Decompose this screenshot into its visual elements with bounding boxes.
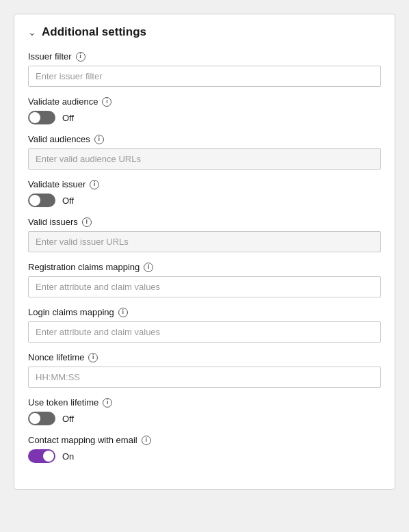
- valid-audiences-group: Valid audiences i: [28, 134, 381, 170]
- registration-claims-mapping-input[interactable]: [28, 276, 381, 297]
- nonce-lifetime-input[interactable]: [28, 367, 381, 388]
- registration-claims-mapping-label: Registration claims mapping i: [28, 262, 381, 272]
- contact-mapping-with-email-toggle-row: On: [28, 449, 381, 463]
- validate-audience-info-icon[interactable]: i: [102, 97, 111, 107]
- contact-mapping-with-email-toggle[interactable]: [28, 449, 55, 463]
- contact-mapping-with-email-info-icon[interactable]: i: [142, 436, 151, 445]
- validate-issuer-toggle[interactable]: [28, 194, 55, 207]
- contact-mapping-with-email-label: Contact mapping with email i: [28, 435, 381, 445]
- use-token-lifetime-label: Use token lifetime i: [28, 397, 381, 408]
- valid-issuers-info-icon[interactable]: i: [82, 217, 92, 227]
- use-token-lifetime-toggle[interactable]: [28, 412, 55, 425]
- nonce-lifetime-label: Nonce lifetime i: [28, 352, 381, 362]
- additional-settings-card: ⌄ Additional settings Issuer filter i Va…: [14, 14, 395, 490]
- issuer-filter-label: Issuer filter i: [28, 51, 381, 62]
- registration-claims-mapping-info-icon[interactable]: i: [144, 263, 153, 272]
- validate-issuer-label: Validate issuer i: [28, 179, 381, 189]
- issuer-filter-input[interactable]: [28, 66, 381, 87]
- use-token-lifetime-toggle-label: Off: [62, 414, 74, 424]
- valid-audiences-label: Valid audiences i: [28, 134, 381, 144]
- login-claims-mapping-group: Login claims mapping i: [28, 307, 381, 343]
- valid-audiences-input[interactable]: [28, 148, 381, 170]
- nonce-lifetime-info-icon[interactable]: i: [88, 353, 98, 362]
- valid-issuers-label: Valid issuers i: [28, 217, 381, 227]
- login-claims-mapping-input[interactable]: [28, 321, 381, 343]
- chevron-down-icon[interactable]: ⌄: [28, 27, 36, 38]
- valid-audiences-info-icon[interactable]: i: [94, 135, 104, 144]
- valid-issuers-input[interactable]: [28, 231, 381, 252]
- validate-audience-toggle-label: Off: [62, 113, 74, 123]
- use-token-lifetime-toggle-row: Off: [28, 412, 381, 425]
- validate-issuer-toggle-label: Off: [62, 196, 74, 206]
- login-claims-mapping-info-icon[interactable]: i: [118, 308, 128, 317]
- validate-audience-toggle-row: Off: [28, 111, 381, 124]
- nonce-lifetime-group: Nonce lifetime i: [28, 352, 381, 388]
- issuer-filter-info-icon[interactable]: i: [76, 52, 85, 62]
- validate-audience-group: Validate audience i Off: [28, 96, 381, 124]
- contact-mapping-with-email-toggle-label: On: [62, 451, 74, 462]
- registration-claims-mapping-group: Registration claims mapping i: [28, 262, 381, 297]
- use-token-lifetime-group: Use token lifetime i Off: [28, 397, 381, 425]
- validate-audience-toggle[interactable]: [28, 111, 55, 124]
- validate-issuer-group: Validate issuer i Off: [28, 179, 381, 207]
- use-token-lifetime-info-icon[interactable]: i: [103, 398, 112, 408]
- login-claims-mapping-label: Login claims mapping i: [28, 307, 381, 317]
- issuer-filter-group: Issuer filter i: [28, 51, 381, 87]
- validate-issuer-info-icon[interactable]: i: [90, 180, 99, 189]
- contact-mapping-with-email-group: Contact mapping with email i On: [28, 435, 381, 463]
- validate-audience-label: Validate audience i: [28, 96, 381, 107]
- valid-issuers-group: Valid issuers i: [28, 217, 381, 252]
- section-header: ⌄ Additional settings: [28, 25, 381, 39]
- section-title: Additional settings: [42, 25, 146, 39]
- validate-issuer-toggle-row: Off: [28, 194, 381, 207]
